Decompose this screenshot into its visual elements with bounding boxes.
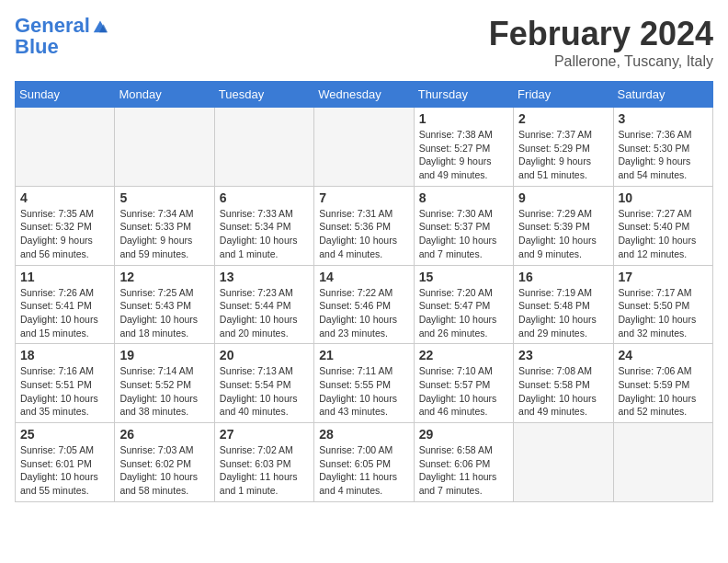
day-number: 3	[619, 111, 708, 126]
day-number: 8	[419, 190, 508, 205]
calendar-cell: 1Sunrise: 7:38 AMSunset: 5:27 PMDaylight…	[414, 108, 513, 187]
day-number: 14	[319, 270, 408, 284]
calendar-cell: 11Sunrise: 7:26 AMSunset: 5:41 PMDayligh…	[16, 265, 115, 344]
day-info: Sunrise: 7:10 AMSunset: 5:57 PMDaylight:…	[419, 364, 508, 419]
logo-text: General	[15, 15, 90, 37]
calendar-cell	[514, 423, 613, 502]
day-number: 5	[119, 190, 209, 205]
calendar-cell: 25Sunrise: 7:05 AMSunset: 6:01 PMDayligh…	[16, 423, 115, 502]
day-number: 17	[619, 270, 708, 284]
day-info: Sunrise: 6:58 AMSunset: 6:06 PMDaylight:…	[419, 443, 508, 498]
day-info: Sunrise: 7:34 AMSunset: 5:33 PMDaylight:…	[119, 207, 209, 261]
day-info: Sunrise: 7:03 AMSunset: 6:02 PMDaylight:…	[119, 443, 209, 498]
day-number: 4	[20, 190, 109, 205]
calendar-cell: 6Sunrise: 7:33 AMSunset: 5:34 PMDaylight…	[214, 186, 313, 265]
page-header: General Blue February 2024 Pallerone, Tu…	[15, 15, 713, 70]
calendar-table: SundayMondayTuesdayWednesdayThursdayFrid…	[15, 81, 713, 502]
calendar-cell: 10Sunrise: 7:27 AMSunset: 5:40 PMDayligh…	[613, 186, 712, 265]
calendar-cell: 26Sunrise: 7:03 AMSunset: 6:02 PMDayligh…	[115, 423, 214, 502]
calendar-cell: 13Sunrise: 7:23 AMSunset: 5:44 PMDayligh…	[214, 265, 313, 344]
calendar-cell	[16, 108, 115, 187]
day-number: 1	[419, 111, 508, 126]
day-of-week-header: Wednesday	[314, 82, 414, 108]
calendar-week-row: 25Sunrise: 7:05 AMSunset: 6:01 PMDayligh…	[16, 423, 713, 502]
day-info: Sunrise: 7:25 AMSunset: 5:43 PMDaylight:…	[119, 286, 209, 340]
day-info: Sunrise: 7:31 AMSunset: 5:36 PMDaylight:…	[319, 207, 408, 261]
day-of-week-header: Sunday	[16, 82, 115, 108]
day-number: 27	[220, 427, 309, 442]
day-of-week-header: Tuesday	[214, 82, 313, 108]
day-number: 10	[619, 190, 708, 205]
day-number: 29	[419, 427, 508, 442]
day-of-week-header: Friday	[514, 82, 613, 108]
calendar-cell: 16Sunrise: 7:19 AMSunset: 5:48 PMDayligh…	[514, 265, 613, 344]
day-number: 15	[419, 270, 508, 284]
day-number: 18	[20, 348, 109, 362]
calendar-cell	[314, 108, 414, 187]
day-number: 22	[419, 348, 508, 362]
logo-blue: Blue	[15, 37, 108, 57]
logo-icon	[92, 17, 108, 34]
day-number: 13	[220, 270, 309, 284]
day-info: Sunrise: 7:33 AMSunset: 5:34 PMDaylight:…	[220, 207, 309, 261]
day-info: Sunrise: 7:19 AMSunset: 5:48 PMDaylight:…	[518, 286, 608, 340]
day-of-week-header: Thursday	[414, 82, 513, 108]
day-of-week-header: Monday	[115, 82, 214, 108]
calendar-cell: 9Sunrise: 7:29 AMSunset: 5:39 PMDaylight…	[514, 186, 613, 265]
day-number: 16	[518, 270, 608, 284]
day-number: 24	[619, 348, 708, 362]
day-info: Sunrise: 7:26 AMSunset: 5:41 PMDaylight:…	[20, 286, 109, 340]
day-number: 7	[319, 190, 408, 205]
calendar-cell: 7Sunrise: 7:31 AMSunset: 5:36 PMDaylight…	[314, 186, 414, 265]
calendar-cell: 14Sunrise: 7:22 AMSunset: 5:46 PMDayligh…	[314, 265, 414, 344]
calendar-cell: 23Sunrise: 7:08 AMSunset: 5:58 PMDayligh…	[514, 344, 613, 423]
calendar-cell: 22Sunrise: 7:10 AMSunset: 5:57 PMDayligh…	[414, 344, 513, 423]
day-info: Sunrise: 7:35 AMSunset: 5:32 PMDaylight:…	[20, 207, 109, 261]
day-number: 20	[220, 348, 309, 362]
calendar-cell: 2Sunrise: 7:37 AMSunset: 5:29 PMDaylight…	[514, 108, 613, 187]
day-number: 2	[518, 111, 608, 126]
day-of-week-header: Saturday	[613, 82, 712, 108]
calendar-header-row: SundayMondayTuesdayWednesdayThursdayFrid…	[16, 82, 713, 108]
calendar-cell: 18Sunrise: 7:16 AMSunset: 5:51 PMDayligh…	[16, 344, 115, 423]
day-number: 25	[20, 427, 109, 442]
day-info: Sunrise: 7:23 AMSunset: 5:44 PMDaylight:…	[220, 286, 309, 340]
day-info: Sunrise: 7:08 AMSunset: 5:58 PMDaylight:…	[518, 364, 608, 419]
title-block: February 2024 Pallerone, Tuscany, Italy	[489, 15, 713, 70]
day-info: Sunrise: 7:14 AMSunset: 5:52 PMDaylight:…	[119, 364, 209, 419]
day-info: Sunrise: 7:13 AMSunset: 5:54 PMDaylight:…	[220, 364, 309, 419]
calendar-cell: 17Sunrise: 7:17 AMSunset: 5:50 PMDayligh…	[613, 265, 712, 344]
calendar-cell: 29Sunrise: 6:58 AMSunset: 6:06 PMDayligh…	[414, 423, 513, 502]
day-info: Sunrise: 7:11 AMSunset: 5:55 PMDaylight:…	[319, 364, 408, 419]
calendar-cell: 5Sunrise: 7:34 AMSunset: 5:33 PMDaylight…	[115, 186, 214, 265]
day-info: Sunrise: 7:00 AMSunset: 6:05 PMDaylight:…	[319, 443, 408, 498]
calendar-cell	[214, 108, 313, 187]
day-number: 28	[319, 427, 408, 442]
page-subtitle: Pallerone, Tuscany, Italy	[489, 53, 713, 70]
day-info: Sunrise: 7:37 AMSunset: 5:29 PMDaylight:…	[518, 128, 608, 182]
calendar-cell: 12Sunrise: 7:25 AMSunset: 5:43 PMDayligh…	[115, 265, 214, 344]
day-info: Sunrise: 7:02 AMSunset: 6:03 PMDaylight:…	[220, 443, 309, 498]
day-info: Sunrise: 7:05 AMSunset: 6:01 PMDaylight:…	[20, 443, 109, 498]
day-number: 12	[119, 270, 209, 284]
calendar-cell: 4Sunrise: 7:35 AMSunset: 5:32 PMDaylight…	[16, 186, 115, 265]
day-number: 19	[119, 348, 209, 362]
calendar-cell: 19Sunrise: 7:14 AMSunset: 5:52 PMDayligh…	[115, 344, 214, 423]
day-info: Sunrise: 7:16 AMSunset: 5:51 PMDaylight:…	[20, 364, 109, 419]
calendar-week-row: 11Sunrise: 7:26 AMSunset: 5:41 PMDayligh…	[16, 265, 713, 344]
calendar-cell: 21Sunrise: 7:11 AMSunset: 5:55 PMDayligh…	[314, 344, 414, 423]
day-number: 23	[518, 348, 608, 362]
calendar-cell: 20Sunrise: 7:13 AMSunset: 5:54 PMDayligh…	[214, 344, 313, 423]
day-number: 9	[518, 190, 608, 205]
day-number: 26	[119, 427, 209, 442]
page-title: February 2024	[489, 15, 713, 53]
day-info: Sunrise: 7:36 AMSunset: 5:30 PMDaylight:…	[619, 128, 708, 182]
calendar-cell: 28Sunrise: 7:00 AMSunset: 6:05 PMDayligh…	[314, 423, 414, 502]
day-info: Sunrise: 7:20 AMSunset: 5:47 PMDaylight:…	[419, 286, 508, 340]
calendar-cell	[613, 423, 712, 502]
calendar-cell: 24Sunrise: 7:06 AMSunset: 5:59 PMDayligh…	[613, 344, 712, 423]
day-info: Sunrise: 7:22 AMSunset: 5:46 PMDaylight:…	[319, 286, 408, 340]
calendar-week-row: 1Sunrise: 7:38 AMSunset: 5:27 PMDaylight…	[16, 108, 713, 187]
logo: General Blue	[15, 15, 108, 57]
day-info: Sunrise: 7:06 AMSunset: 5:59 PMDaylight:…	[619, 364, 708, 419]
